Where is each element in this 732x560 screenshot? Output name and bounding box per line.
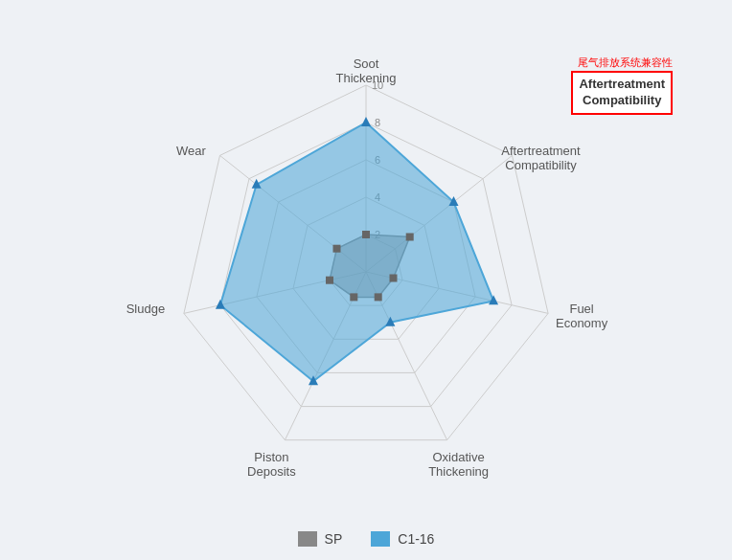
svg-text:8: 8 <box>375 117 380 128</box>
svg-rect-22 <box>375 293 382 301</box>
legend-label-sp: SP <box>325 531 343 547</box>
svg-rect-20 <box>406 233 414 240</box>
legend-color-sp <box>298 531 317 547</box>
svg-rect-21 <box>390 274 398 281</box>
legend-label-c116: C1-16 <box>398 531 434 547</box>
svg-marker-26 <box>361 117 371 126</box>
svg-text:FuelEconomy: FuelEconomy <box>556 302 608 330</box>
annotation-chinese: 尾气排放系统兼容性 <box>578 56 673 70</box>
legend-item-c116: C1-16 <box>371 531 434 547</box>
svg-rect-24 <box>326 276 333 283</box>
legend: SP C1-16 <box>298 531 435 547</box>
annotation-box: AftertreatmentCompatibility <box>571 71 673 115</box>
chart-container: 246810 SootThickeningAftertreatmentCompa… <box>0 6 732 527</box>
svg-text:OxidativeThickening: OxidativeThickening <box>428 449 489 478</box>
svg-marker-18 <box>220 123 493 381</box>
legend-color-c116 <box>371 531 390 547</box>
svg-rect-23 <box>350 293 357 301</box>
svg-text:Wear: Wear <box>176 144 206 158</box>
svg-text:AftertreatmentCompatibility: AftertreatmentCompatibility <box>501 144 581 172</box>
svg-text:Sludge: Sludge <box>126 302 165 316</box>
svg-rect-19 <box>362 231 370 238</box>
svg-rect-25 <box>333 244 341 252</box>
legend-item-sp: SP <box>298 531 343 547</box>
svg-text:PistonDeposits: PistonDeposits <box>247 449 296 478</box>
svg-text:SootThickening: SootThickening <box>336 56 397 85</box>
